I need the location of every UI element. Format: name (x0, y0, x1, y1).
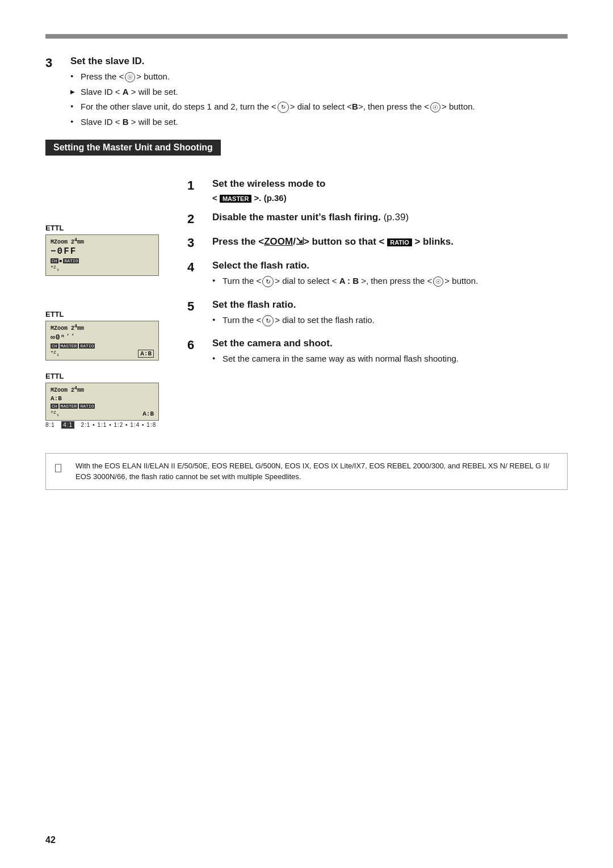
panel1-ettl-label: ETTL (45, 224, 64, 232)
main-layout: ETTL MZoom 24mm −0FF CH ■ RATIO (45, 178, 568, 436)
page-number: 42 (45, 835, 56, 845)
panel2-master-ind: MASTER (60, 343, 78, 349)
panels-column: ETTL MZoom 24mm −0FF CH ■ RATIO (45, 178, 176, 436)
note-text: With the EOS ELAN II/ELAN II E/50/50E, E… (75, 460, 558, 483)
steps-column: 1 Set the wireless mode to < MASTER >. (… (187, 178, 568, 436)
panel2-corner: +z₁ (51, 350, 60, 358)
panel2-wrapper: ETTL MZoom 24mm ∞0ⁿʹʹ CH MASTER RATIO (45, 310, 176, 361)
step4-number: 4 (187, 260, 212, 275)
step4-title: Select the flash ratio. (212, 260, 568, 271)
panel2-ratio-ind: RATIO (79, 343, 95, 349)
panel3-ettl-label: ETTL (45, 372, 64, 380)
panel3-wrapper: ETTL MZoom 24mm A:B CH MASTER RATIO (45, 372, 176, 428)
panel1-indicators: CH ■ RATIO (51, 258, 154, 263)
step6-block: 6 Set the camera and shoot. Set the came… (187, 338, 568, 368)
set-button-icon1: ☉ (125, 72, 135, 82)
step5-body: Set the flash ratio. Turn the <↻> dial t… (212, 299, 568, 329)
panel3-master-ind: MASTER (60, 404, 78, 409)
panel2-val: ∞0ⁿʹʹ (51, 333, 75, 342)
panel2-indicators: CH MASTER RATIO (51, 343, 154, 349)
section-heading: Setting the Master Unit and Shooting (45, 140, 221, 156)
step4-list: Turn the <↻> dial to select < A : B >, t… (212, 275, 568, 288)
step1-title-text: Set the wireless mode to (212, 178, 325, 189)
panel1-zoom-text: MZoom 24mm (51, 237, 84, 245)
panel1-ch-ind: CH (51, 258, 58, 263)
panel3-ratio-ind: RATIO (79, 404, 95, 409)
panel3-row2: A:B (51, 395, 154, 402)
panel2-row2: ∞0ⁿʹʹ (51, 333, 154, 342)
step3-press-title: Press the <ZOOM/⇲> button so that < RATI… (212, 236, 568, 248)
panel2-display: MZoom 24mm ∞0ⁿʹʹ CH MASTER RATIO +z₁ A:B (45, 321, 159, 361)
step1-block: 1 Set the wireless mode to < MASTER >. (… (187, 178, 568, 203)
panel2-row1: MZoom 24mm (51, 324, 154, 332)
step3-press-body: Press the <ZOOM/⇲> button so that < RATI… (212, 236, 568, 251)
step1-subtitle: < MASTER >. (p.36) (212, 193, 568, 203)
step3-press-number: 3 (187, 236, 212, 250)
panel1-display: MZoom 24mm −0FF CH ■ RATIO +z₁ (45, 234, 159, 276)
panel3-ettl-row: ETTL (45, 372, 176, 380)
quick-dial-icon1: ↻ (278, 102, 289, 113)
step4-block: 4 Select the flash ratio. Turn the <↻> d… (187, 260, 568, 290)
note-icon: ⎕ (55, 460, 69, 483)
ratio-41: 4:1 (61, 421, 74, 429)
quick-dial-icon2: ↻ (262, 276, 274, 287)
panel1-ettl-row: ETTL (45, 224, 176, 232)
note-box: ⎕ With the EOS ELAN II/ELAN II E/50/50E,… (45, 453, 568, 490)
step4-body: Select the flash ratio. Turn the <↻> dia… (212, 260, 568, 290)
step6-item1: Set the camera in the same way as with n… (212, 353, 568, 366)
step3-slave-item2: Slave ID < A > will be set. (70, 86, 568, 99)
panel2-ettl-row: ETTL (45, 310, 176, 318)
panel1-ratio-ind: RATIO (63, 258, 79, 263)
panel1-row2: −0FF (51, 246, 154, 257)
ratio-badge: RATIO (387, 238, 412, 246)
step2-title: Disable the master unit’s flash firing. … (212, 212, 568, 223)
step3-slave-item4: Slave ID < B > will be set. (70, 116, 568, 129)
step3-slave-item3: For the other slave unit, do steps 1 and… (70, 100, 568, 114)
step5-item1: Turn the <↻> dial to set the flash ratio… (212, 314, 568, 327)
step3-slave-list: Press the <☉> button. Slave ID < A > wil… (70, 70, 568, 128)
step4-item1: Turn the <↻> dial to select < A : B >, t… (212, 275, 568, 288)
panel1-corner: +z₁ (51, 265, 154, 272)
step1-body: Set the wireless mode to < MASTER >. (p.… (212, 178, 568, 203)
step5-list: Turn the <↻> dial to set the flash ratio… (212, 314, 568, 327)
step5-number: 5 (187, 299, 212, 314)
panel3-display: MZoom 24mm A:B CH MASTER RATIO +z₁ A:B (45, 383, 159, 421)
step3-press-block: 3 Press the <ZOOM/⇲> button so that < RA… (187, 236, 568, 251)
panel2-zoom-text: MZoom 24mm (51, 324, 84, 332)
panel1-wrapper: ETTL MZoom 24mm −0FF CH ■ RATIO (45, 224, 176, 276)
panel1-mid: ■ (60, 258, 62, 263)
set-button-icon2: ☉ (430, 102, 440, 112)
panel1-row1: MZoom 24mm (51, 237, 154, 245)
step3-slave-body: Set the slave ID. Press the <☉> button. … (70, 56, 568, 131)
master-badge: MASTER (220, 195, 251, 203)
panel3-ab-val: A:B (142, 410, 154, 417)
quick-dial-icon3: ↻ (262, 315, 274, 326)
section-heading-row: Setting the Master Unit and Shooting (45, 140, 568, 167)
panel2-ab: A:B (138, 350, 154, 358)
step6-list: Set the camera in the same way as with n… (212, 353, 568, 366)
panel3-ch-ind: CH (51, 404, 58, 409)
panel3-val: A:B (51, 395, 62, 402)
panel2-ch-ind: CH (51, 343, 58, 349)
step3-slave-title: Set the slave ID. (70, 56, 568, 67)
step6-title: Set the camera and shoot. (212, 338, 568, 349)
panel2-bottom: +z₁ A:B (51, 350, 154, 358)
set-button-icon3: ☉ (433, 276, 443, 287)
page-container: 3 Set the slave ID. Press the <☉> button… (0, 0, 613, 868)
step2-body: Disable the master unit’s flash firing. … (212, 212, 568, 227)
step5-title: Set the flash ratio. (212, 299, 568, 311)
panel3-zoom-text: MZoom 24mm (51, 385, 84, 393)
step2-number: 2 (187, 212, 212, 227)
step6-number: 6 (187, 338, 212, 353)
panel2-ettl-label: ETTL (45, 310, 64, 318)
panel3-corner: +z₁ (51, 410, 60, 418)
step6-body: Set the camera and shoot. Set the camera… (212, 338, 568, 368)
panel3-row1: MZoom 24mm (51, 385, 154, 393)
step3-slave-item1: Press the <☉> button. (70, 70, 568, 83)
step1-title: Set the wireless mode to (212, 178, 568, 190)
step5-block: 5 Set the flash ratio. Turn the <↻> dial… (187, 299, 568, 329)
panel3-indicators: CH MASTER RATIO (51, 404, 154, 409)
top-divider (45, 34, 568, 39)
panel1-val: −0FF (51, 246, 77, 257)
step1-number: 1 (187, 178, 212, 193)
